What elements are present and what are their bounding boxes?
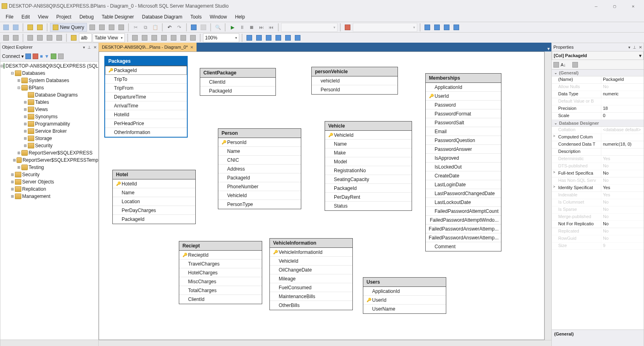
entity-column[interactable]: OilChangeDate [270,266,352,274]
tool-button[interactable] [433,23,441,32]
properties-grid[interactable]: ⌄(General)(Name)PackageIdAllow NullsNoDa… [552,70,644,330]
entity-column[interactable]: PackageId [113,215,195,224]
tool-button[interactable] [442,23,451,32]
menu-file[interactable]: File [2,13,17,21]
tool-button[interactable] [107,23,116,32]
entity-column[interactable]: Name [325,140,412,148]
tree-item[interactable]: ⊞Testing [0,164,98,171]
tree-item[interactable]: ⊞Security [0,142,98,149]
table-view-combo[interactable]: Table View [93,33,125,42]
entity-title[interactable]: Users [363,278,446,287]
entity-title[interactable]: Vehicle [325,122,412,131]
property-row[interactable]: Is SparseNo [552,206,644,214]
entity-column[interactable]: MaintenanceBills [270,292,352,301]
property-row[interactable]: RowGuidNo [552,235,644,243]
tool-icon[interactable] [25,54,31,59]
entity-column[interactable]: Comment [426,242,501,251]
entity-column[interactable]: HotelCharges [179,268,262,277]
property-row[interactable]: >Computed Colum [552,134,644,141]
tool-button[interactable] [45,33,54,42]
pin-icon[interactable]: ⊥ [87,45,91,49]
property-row[interactable]: Not For ReplicatioNo [552,221,644,228]
entity-column[interactable]: Model [325,157,412,166]
tool-button[interactable] [35,33,44,42]
entity-column[interactable]: CreateDate [426,171,501,180]
open-button[interactable] [35,23,44,32]
entity-column[interactable]: FuelConsumed [270,283,352,292]
entity-column[interactable]: FailedPasswordAttemptWindo... [426,216,501,224]
property-row[interactable]: Default Value or B [552,98,644,105]
entity-column[interactable]: PasswordSalt [426,118,501,127]
property-row[interactable]: DeterministicYes [552,156,644,163]
vertical-scrollbar[interactable] [545,51,551,340]
entity-column[interactable]: TravelCharges [179,260,262,268]
tree-item[interactable]: ⊟BPlans [0,84,98,91]
property-row[interactable]: Scale0 [552,113,644,120]
entity-column[interactable]: Name [113,188,195,197]
entity-column[interactable]: RegistrationNo [325,166,412,175]
entity-column[interactable]: Email [426,127,501,136]
tool-button[interactable] [140,33,149,42]
entity-column[interactable]: PasswordQuestion [426,136,501,145]
property-row[interactable]: Size9 [552,243,644,250]
tool-button[interactable] [55,33,64,42]
property-row[interactable]: ReplicatedNo [552,228,644,235]
menu-help[interactable]: Help [231,13,249,21]
entity-column[interactable]: ClientId [200,78,275,86]
entity-column[interactable]: FailedPasswordAnswerAttemp... [426,233,501,242]
find-button[interactable]: 🔍 [213,23,222,32]
new-query-button[interactable]: New Query [50,23,87,32]
property-category[interactable]: ⌄(General) [552,70,644,76]
entity-column[interactable]: MiscCharges [179,277,262,286]
tree-item[interactable]: ⊞Replication [0,185,98,193]
entity-column[interactable]: PackageId [325,184,412,193]
entity-column[interactable]: IsLockedOut [426,163,501,171]
entity-column[interactable]: HotelId [105,110,187,119]
cut-button[interactable]: ✂ [131,23,140,32]
entity-column[interactable]: Mileage [270,274,352,283]
refresh-icon[interactable] [51,54,56,59]
entity-column[interactable]: PasswordAnswer [426,145,501,154]
entity-title[interactable]: VehicleInformation [270,239,352,248]
properties-object-selector[interactable]: [Col] PackageId ▾ [552,51,644,60]
entity-column[interactable]: 🔑HotelId [113,179,195,188]
menu-table-designer[interactable]: Table Designer [98,13,138,21]
entity-column[interactable]: Password [426,101,501,109]
tree-item[interactable]: ⊞Views [0,106,98,113]
alphabetical-icon[interactable]: A↓ [561,62,566,67]
save-button[interactable] [189,23,198,32]
tree-item[interactable]: ⊞Service Broker [0,128,98,135]
minimize-button[interactable]: — [587,0,605,12]
property-row[interactable]: Description [552,148,644,156]
entity-column[interactable]: 🔑PersonId [218,138,301,147]
entity-column[interactable]: VehicleId [270,257,352,266]
menu-view[interactable]: View [34,13,52,21]
connect-button[interactable]: Connect ▾ [2,54,24,59]
entity-column[interactable]: ApplicationId [426,83,501,92]
entity-column[interactable]: ApplicationId [363,287,446,296]
entity-title[interactable]: Memberships [426,74,501,83]
tool-button[interactable] [97,23,106,32]
entity-column[interactable]: VehicleId [218,191,301,200]
menu-window[interactable]: Window [206,13,231,21]
entity-clientpackage[interactable]: ClientPackageClientIdPackageId [200,68,276,96]
entity-title[interactable]: ClientPackage [200,68,275,78]
menu-edit[interactable]: Edit [17,13,34,21]
entity-title[interactable]: Packages [105,57,187,66]
entity-users[interactable]: UsersApplicationId🔑UserIdUserName [363,277,446,314]
filter-icon[interactable]: ▼ [44,54,49,59]
alb-input[interactable] [79,33,92,42]
pin-icon[interactable]: ⊥ [633,45,636,49]
entity-column[interactable]: FailedPasswordAnswerAttemp... [426,224,501,233]
entity-column[interactable]: 🔑UserId [426,92,501,101]
entity-column[interactable]: Make [325,148,412,157]
entity-vehicle[interactable]: Vehicle🔑VehicleIdNameMakeModelRegistrati… [325,121,412,211]
entity-hotel[interactable]: Hotel🔑HotelIdNameLocationPerDayChargesPa… [112,170,196,224]
entity-column[interactable]: 🔑VehicleId [325,131,412,140]
menu-tools[interactable]: Tools [186,13,206,21]
object-explorer-tree[interactable]: ⊟DESKTOP-AN8S8Q9\SQLEXPRESS (SQL⊟Databas… [0,62,98,340]
entity-reciept[interactable]: Reciept🔑RecieptIdTravelChargesHotelCharg… [179,241,262,304]
property-row[interactable]: Collation<database default> [552,127,644,134]
zoom-combo[interactable]: 100% [203,33,239,42]
tool-icon[interactable] [33,54,38,59]
